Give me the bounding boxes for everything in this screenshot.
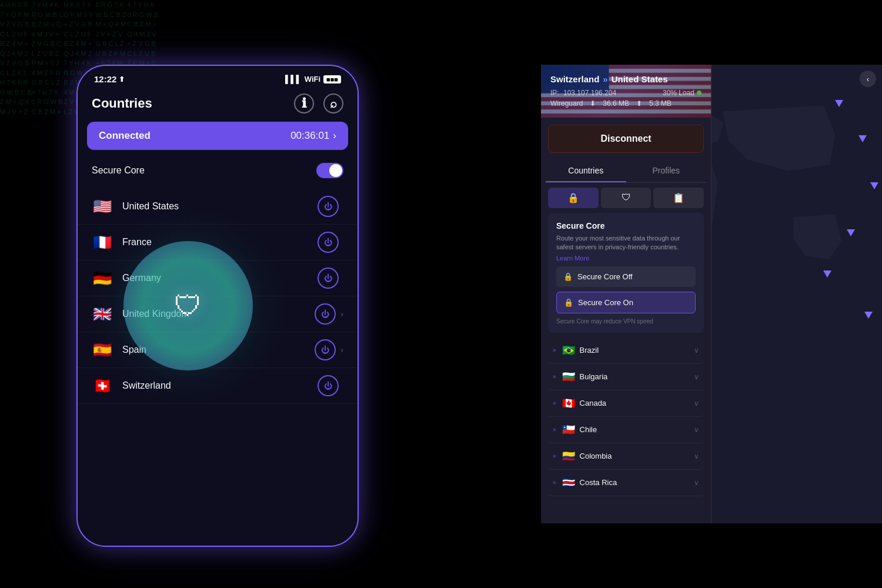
connected-banner[interactable]: Connected 00:36:01 › [87, 122, 348, 150]
secure-core-toggle-row[interactable]: Secure Core [78, 157, 358, 189]
flag-gb: 🇬🇧 [92, 305, 113, 323]
flag-es: 🇪🇸 [92, 341, 113, 359]
country-name: United Kingdom [122, 309, 315, 319]
battery-icon: ■■■ [323, 75, 341, 83]
chevron-down-icon: ∨ [694, 479, 699, 487]
download-arrow-icon: ⬇ [590, 99, 596, 108]
expand-arrows-icon: » [553, 347, 556, 353]
status-icons: ▌▌▌ WiFi ■■■ [285, 75, 341, 83]
desktop-vpn-window: Switzerland » United States IP: 103.107.… [541, 65, 882, 523]
list-item[interactable]: 🇪🇸 Spain ⏻ › [78, 332, 358, 368]
wifi-icon: WiFi [305, 75, 320, 83]
close-icon: ‹ [867, 75, 869, 83]
desktop-country-list: » 🇧🇷 Brazil ∨ » 🇧🇬 Bulgaria ∨ » 🇨🇦 Canad… [541, 338, 711, 523]
vpn-stats-row: Wireguard ⬇ 36.6 MB ⬆ 5.3 MB [550, 99, 701, 108]
list-item[interactable]: 🇫🇷 France ⏻ [78, 225, 358, 260]
lock-icon-on: 🔒 [564, 298, 573, 307]
vpn-to-location: United States [612, 74, 668, 84]
flag-bulgaria: 🇧🇬 [562, 370, 575, 383]
tab-profiles[interactable]: Profiles [626, 160, 707, 182]
upload-amount: 5.3 MB [649, 99, 671, 108]
country-name: Spain [122, 345, 315, 355]
list-item[interactable]: » 🇨🇱 Chile ∨ [548, 417, 704, 443]
secure-core-off-option[interactable]: 🔒 Secure Core Off [556, 266, 696, 287]
country-name-chile: Chile [580, 425, 689, 434]
flag-de: 🇩🇪 [92, 269, 113, 288]
ip-label: IP: 103.107.196.204 [550, 89, 616, 97]
power-button-es[interactable]: ⏻ [315, 339, 336, 360]
search-icon[interactable]: ⌕ [323, 93, 343, 113]
list-item[interactable]: 🇺🇸 United States ⏻ [78, 189, 358, 225]
list-item[interactable]: 🇨🇭 Switzerland ⏻ [78, 368, 358, 404]
ip-prefix: IP: [550, 89, 559, 97]
load-percentage: 30% Load [663, 89, 694, 97]
chevron-down-icon: ∨ [694, 373, 699, 381]
connection-timer: 00:36:01 › [290, 130, 336, 142]
phone-header-icons: ℹ ⌕ [294, 93, 343, 113]
country-name-canada: Canada [580, 399, 689, 407]
load-status-dot [697, 91, 701, 95]
vpn-header-content: Switzerland » United States IP: 103.107.… [541, 65, 711, 113]
list-item[interactable]: » 🇨🇦 Canada ∨ [548, 390, 704, 417]
connection-status: Connected [99, 130, 151, 142]
matrix-col: 4 H K 0 R7 + Q P MV Z V G BC L Z U FB Z … [0, 0, 32, 588]
secure-core-title: Secure Core [556, 221, 696, 230]
country-name: Germany [122, 273, 318, 283]
filter-list-button[interactable]: 📋 [653, 188, 704, 208]
chevron-down-icon: ∨ [694, 399, 699, 407]
filter-secure-core-button[interactable]: 🔒 [548, 188, 599, 208]
list-item[interactable]: » 🇧🇬 Bulgaria ∨ [548, 364, 704, 390]
country-name: United States [122, 201, 318, 212]
close-window-button[interactable]: ‹ [860, 71, 876, 87]
status-time: 12:22 ⬆ [94, 74, 125, 84]
phone-country-list: 🇺🇸 United States ⏻ 🇫🇷 France ⏻ 🇩🇪 German… [78, 189, 358, 404]
list-item[interactable]: » 🇨🇷 Costa Rica ∨ [548, 470, 704, 496]
chevron-down-icon: ∨ [694, 426, 699, 434]
flag-fr: 🇫🇷 [92, 233, 113, 252]
list-item[interactable]: » 🇧🇷 Brazil ∨ [548, 338, 704, 364]
ip-address: 103.107.196.204 [563, 89, 616, 97]
country-chevron: › [340, 345, 343, 355]
power-button-ch[interactable]: ⏻ [318, 375, 339, 396]
secure-core-toggle[interactable] [316, 163, 343, 178]
timer-value: 00:36:01 [290, 130, 329, 142]
signal-bars-icon: ▌▌▌ [285, 75, 302, 83]
list-item[interactable]: » 🇨🇴 Colombia ∨ [548, 443, 704, 470]
filter-shield-button[interactable]: 🛡 [601, 188, 652, 208]
secure-core-settings-panel: Secure Core Route your most sensitive da… [548, 213, 704, 333]
flag-chile: 🇨🇱 [562, 423, 575, 436]
flag-ch: 🇨🇭 [92, 377, 113, 395]
list-item[interactable]: 🇩🇪 Germany ⏻ [78, 260, 358, 296]
power-button-gb[interactable]: ⏻ [315, 303, 336, 325]
disconnect-button[interactable]: Disconnect [548, 125, 704, 153]
protocol-label: Wireguard [550, 99, 583, 108]
secure-core-label: Secure Core [92, 165, 145, 176]
secure-core-on-option[interactable]: 🔒 Secure Core On [556, 292, 696, 313]
list-item[interactable]: 🇬🇧 United Kingdom ⏻ › [78, 296, 358, 332]
power-button-us[interactable]: ⏻ [318, 196, 339, 217]
tab-countries[interactable]: Countries [546, 160, 626, 182]
flag-costa-rica: 🇨🇷 [562, 476, 575, 489]
country-name-costa-rica: Costa Rica [580, 478, 689, 487]
learn-more-link[interactable]: Learn More [556, 255, 696, 262]
power-button-fr[interactable]: ⏻ [318, 232, 339, 253]
country-name-bulgaria: Bulgaria [580, 372, 689, 381]
country-chevron: › [340, 309, 343, 319]
tab-countries-label: Countries [568, 166, 603, 175]
vpn-connection-header: Switzerland » United States IP: 103.107.… [541, 65, 711, 118]
country-name-colombia: Colombia [580, 452, 689, 460]
info-icon[interactable]: ℹ [294, 93, 314, 113]
banner-chevron: › [333, 130, 336, 142]
country-name: Switzerland [122, 380, 318, 391]
country-name: France [122, 237, 318, 248]
server-load: 30% Load [663, 89, 701, 97]
vpn-ip-row: IP: 103.107.196.204 30% Load [550, 89, 701, 97]
secure-core-off-label: Secure Core Off [577, 272, 633, 281]
power-button-de[interactable]: ⏻ [318, 268, 339, 289]
expand-arrows-icon: » [553, 400, 556, 406]
flag-canada: 🇨🇦 [562, 397, 575, 410]
phone-screen-title: Countries [92, 96, 152, 111]
phone-mockup: 12:22 ⬆ ▌▌▌ WiFi ■■■ Countries ℹ ⌕ [76, 65, 359, 547]
route-arrow-icon: » [603, 74, 607, 84]
toggle-knob [329, 164, 342, 177]
